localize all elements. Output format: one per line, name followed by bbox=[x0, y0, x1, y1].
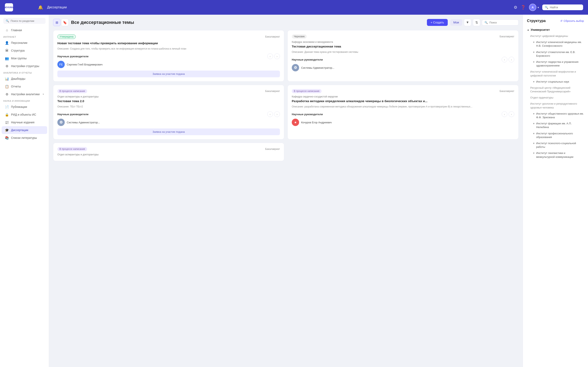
content-search-input[interactable] bbox=[489, 21, 516, 24]
help-icon[interactable]: ❓ bbox=[521, 5, 526, 10]
sidebar-item-home[interactable]: ⌂ Главная bbox=[2, 26, 47, 34]
tree-item-psych[interactable]: ▼ Институт психолого-социальной работы bbox=[527, 140, 584, 150]
grid-view-button[interactable]: ⊞ bbox=[53, 19, 61, 26]
sidebar-item-analytics-settings[interactable]: ⚙ Настройки аналитики ▾ bbox=[2, 90, 47, 98]
tree-item-ordinatura[interactable]: Отдел ординатуры bbox=[527, 95, 584, 101]
sidebar-item-rid[interactable]: 🔒 РИД и объекты ИС bbox=[2, 111, 47, 118]
prev-supervisor-1[interactable]: ‹ bbox=[267, 53, 273, 59]
sidebar-item-dissertations[interactable]: 🎓 Диссертации bbox=[2, 126, 47, 134]
prev-supervisor-2[interactable]: ‹ bbox=[502, 57, 507, 62]
card-desc-2: Описание: Данная тема нужна для тестиров… bbox=[292, 50, 514, 54]
logo-icon: SECHENOV UNIVERSITY bbox=[5, 3, 13, 11]
tree-item-leader[interactable]: ▼ Институт лидерства и управления здраво… bbox=[527, 59, 584, 69]
supervisor-name-3: Системы Администратор... bbox=[67, 121, 100, 124]
user-avatar[interactable]: А bbox=[529, 4, 536, 11]
tree-item-prof-edu[interactable]: ▼ Институт профессионального образования bbox=[527, 131, 584, 140]
type-badge-5: Бакалавриат bbox=[265, 148, 280, 150]
type-badge-2: Бакалавриат bbox=[500, 35, 514, 38]
reset-selection-button[interactable]: ↺ Сбросить выбор bbox=[560, 19, 584, 22]
sidebar: 🔍 ⌂ Главная ИНТРАНЕТ 👤 Персоналии 🏛 Стру… bbox=[0, 15, 49, 367]
dissertation-card-2: Черновик Бакалавриат Кафедра экономики и… bbox=[287, 30, 519, 82]
next-supervisor-1[interactable]: › bbox=[274, 53, 280, 59]
next-supervisor-3[interactable]: › bbox=[274, 111, 280, 117]
sidebar-item-science-editions[interactable]: 📰 Научные издания bbox=[2, 118, 47, 126]
global-search-input[interactable] bbox=[550, 6, 581, 9]
settings-sliders-icon[interactable]: ⚙ bbox=[514, 5, 517, 10]
right-panel: Структура ↺ Сбросить выбор ▲ Университет… bbox=[523, 15, 588, 367]
avatar-dropdown-icon[interactable]: ▾ bbox=[537, 6, 539, 9]
supervisor-avatar-2: ⚙ bbox=[292, 64, 299, 71]
page-toolbar: ⊞ 🔖 Все диссертационные темы + Создать М… bbox=[53, 19, 519, 26]
tree-item-morph[interactable]: Институт клинической морфологии и цифров… bbox=[527, 69, 584, 78]
supervisor-nav-4: ‹ › bbox=[502, 111, 514, 117]
supervisors-label-2: Научные руководители ‹ › bbox=[292, 57, 514, 62]
people-icon: 👤 bbox=[5, 41, 9, 45]
card-header-3: В процессе написания Бакалавриат bbox=[57, 89, 280, 93]
chevron-linguistics-icon: ▼ bbox=[533, 152, 535, 155]
status-badge-2: Черновик bbox=[292, 34, 307, 39]
create-button[interactable]: + Создать bbox=[427, 19, 448, 26]
card-header-2: Черновик Бакалавриат bbox=[292, 34, 514, 39]
status-badge-3: В процессе написания bbox=[57, 89, 87, 93]
supervisor-item-2: ⚙ Системы Администратор... bbox=[292, 64, 514, 71]
page-title: Все диссертационные темы bbox=[71, 20, 424, 25]
tree-item-stom[interactable]: ▼ Институт стоматологии им. Е.В. Боровск… bbox=[527, 49, 584, 59]
tree-item-urology[interactable]: Институт урологии и репродуктивного здор… bbox=[527, 101, 584, 110]
cards-grid: Утверждена Бакалавриат Новая тестовая те… bbox=[53, 30, 519, 161]
sidebar-section-analytics: АНАЛИТИКА И ОТЧЕТЫ bbox=[0, 70, 49, 75]
dissertation-card-4: В процессе написания Бакалавриат Кафедра… bbox=[287, 85, 519, 140]
my-filter-button[interactable]: Мои bbox=[450, 19, 462, 26]
tree-root-university[interactable]: ▲ Университет bbox=[527, 26, 584, 33]
logo: SECHENOV UNIVERSITY bbox=[5, 3, 31, 11]
tree-item-public-health[interactable]: ▼ Институт общественного здоровья им. Ф.… bbox=[527, 111, 584, 120]
prev-supervisor-4[interactable]: ‹ bbox=[502, 111, 507, 117]
supervisor-name-2: Системы Администратор... bbox=[301, 66, 334, 69]
content-search: 🔍 bbox=[482, 20, 519, 25]
supervisors-label-1: Научные руководители ‹ › bbox=[57, 53, 280, 59]
editions-icon: 📰 bbox=[5, 120, 9, 124]
view-toggle: ⊞ 🔖 bbox=[53, 19, 69, 26]
sidebar-item-structure[interactable]: 🏛 Структура bbox=[2, 47, 47, 54]
prev-supervisor-3[interactable]: ‹ bbox=[267, 111, 273, 117]
next-supervisor-4[interactable]: › bbox=[509, 111, 514, 117]
sidebar-item-reports[interactable]: 📋 Отчеты bbox=[2, 83, 47, 90]
supervisor-item-4: ★ Кочуров Егор Андреевич bbox=[292, 119, 514, 126]
biblio-icon: 📚 bbox=[5, 136, 9, 140]
sidebar-item-dashboards[interactable]: 📊 Дашборды bbox=[2, 75, 47, 83]
next-supervisor-2[interactable]: › bbox=[509, 57, 514, 62]
tree-item-social[interactable]: ▼ Институт социальных наук bbox=[527, 79, 584, 85]
tree-item-pharmacy[interactable]: ▼ Институт фармации им. А.П. Нелюбина bbox=[527, 120, 584, 130]
card-footer-3: Заявка на участие подана bbox=[57, 128, 280, 135]
sidebar-search: 🔍 bbox=[3, 18, 45, 24]
header-title: Диссертации bbox=[47, 6, 510, 9]
supervisor-avatar-3: ⚙ bbox=[57, 119, 65, 126]
filter-icon-button[interactable]: ▼ bbox=[464, 19, 471, 26]
sidebar-item-people[interactable]: 👤 Персоналии bbox=[2, 39, 47, 47]
sidebar-item-struct-settings[interactable]: ⚙ Настройки структуры bbox=[2, 62, 47, 70]
header-icons: ⚙ ❓ А ▾ 🔍 bbox=[514, 4, 583, 11]
supervisor-avatar-1: ГС bbox=[57, 61, 65, 68]
notification-bell-icon[interactable]: 🔔 bbox=[38, 5, 43, 10]
sidebar-search-input[interactable] bbox=[11, 19, 43, 22]
tree-item-linguistics[interactable]: ▼ Институт лингвистики и межкультурной к… bbox=[527, 150, 584, 160]
tree-item-resource[interactable]: Ресурсный центр «Медицинский Сеченовский… bbox=[527, 85, 584, 95]
supervisor-avatar-4: ★ bbox=[292, 119, 299, 126]
sidebar-section-intranet: ИНТРАНЕТ bbox=[0, 34, 49, 39]
card-dept-5: Отдел аспирантуры и докторантуры bbox=[57, 153, 280, 156]
tree-item-digital-med[interactable]: Институт цифровой медицины bbox=[527, 33, 584, 39]
bookmark-view-button[interactable]: 🔖 bbox=[61, 19, 69, 26]
main-content: ⊞ 🔖 Все диссертационные темы + Создать М… bbox=[49, 15, 523, 367]
sidebar-item-my-groups[interactable]: 👥 Мои группы bbox=[2, 54, 47, 62]
sidebar-item-publications[interactable]: 📄 Публикации bbox=[2, 103, 47, 111]
tree-item-clinical-med[interactable]: ▼ Институт клинической медицины им. Н.В.… bbox=[527, 39, 584, 49]
card-dept-2: Кафедра экономики и менеджмента bbox=[292, 41, 514, 43]
card-topic-4: Разработка методики определения алкалоид… bbox=[292, 99, 514, 103]
panel-title: Структура bbox=[527, 19, 546, 23]
type-badge-3: Бакалавриат bbox=[265, 90, 280, 92]
sort-icon-button[interactable]: ⇅ bbox=[473, 19, 480, 26]
status-badge-5: В процессе написания bbox=[57, 147, 87, 151]
analytics-expand-icon: ▾ bbox=[43, 93, 44, 96]
sidebar-item-biblio[interactable]: 📚 Списки литературы bbox=[2, 134, 47, 142]
dissertations-icon: 🎓 bbox=[5, 128, 9, 132]
card-desc-3: Описание: ТЕст ТЕст2 bbox=[57, 105, 280, 108]
